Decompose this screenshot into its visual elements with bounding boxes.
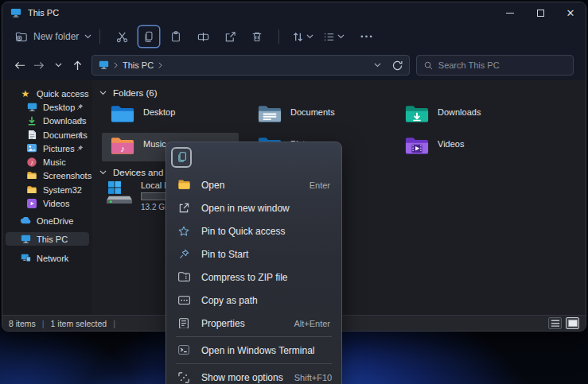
menu-item-copy-as-path[interactable]: Copy as path — [169, 289, 338, 312]
arrow-right-icon — [33, 61, 45, 70]
menu-item-show-more-options[interactable]: Show more options Shift+F10 — [169, 366, 338, 384]
menu-item-compress-to-zip[interactable]: Compress to ZIP file — [169, 266, 338, 289]
minimize-button[interactable] — [495, 2, 525, 23]
view-button[interactable] — [323, 31, 345, 43]
sidebar-item-label: Music — [43, 157, 66, 167]
sidebar-item-label: Screenshots — [43, 171, 92, 180]
breadcrumb-root[interactable]: This PC — [123, 60, 154, 70]
share-button[interactable] — [220, 26, 240, 47]
sidebar-item-onedrive[interactable]: OneDrive — [6, 214, 89, 227]
refresh-icon — [392, 60, 403, 71]
folder-icon — [26, 186, 37, 193]
sidebar-item-videos[interactable]: Videos — [6, 196, 89, 210]
sidebar-item-screenshots[interactable]: Screenshots — [6, 169, 89, 182]
folder-name: Documents — [290, 107, 335, 117]
sidebar-item-label: OneDrive — [37, 216, 73, 226]
menu-item-pin-to-quick-access[interactable]: Pin to Quick access — [169, 219, 338, 242]
sidebar-item-network[interactable]: Network — [6, 251, 89, 265]
status-divider: | — [42, 319, 45, 328]
new-folder-label: New folder — [33, 31, 79, 42]
downloads-folder-icon — [405, 104, 429, 124]
maximize-button[interactable] — [525, 2, 555, 23]
sidebar-item-quick-access[interactable]: ★ Quick access — [6, 87, 89, 100]
address-dropdown-icon[interactable] — [374, 63, 381, 67]
menu-separator — [176, 363, 332, 364]
rename-button[interactable] — [193, 26, 213, 47]
sidebar-item-label: Network — [37, 254, 68, 263]
back-button[interactable] — [10, 56, 29, 75]
new-folder-button[interactable]: New folder — [15, 31, 92, 42]
menu-item-open-in-new-window[interactable]: Open in new window — [169, 196, 338, 219]
menu-item-label: Compress to ZIP file — [201, 272, 319, 283]
menu-item-pin-to-start[interactable]: Pin to Start — [169, 242, 338, 266]
menu-item-label: Open in Windows Terminal — [201, 345, 319, 356]
details-view-button[interactable] — [548, 317, 562, 329]
collapse-chevron-icon — [99, 170, 107, 174]
folders-section-header[interactable]: Folders (6) — [99, 88, 158, 98]
paste-button[interactable] — [165, 26, 186, 47]
menu-item-label: Pin to Start — [201, 249, 319, 260]
context-copy-button[interactable] — [171, 147, 192, 168]
large-icons-view-icon — [568, 320, 578, 327]
menu-item-properties[interactable]: Properties Alt+Enter — [169, 312, 338, 335]
copy-icon — [143, 31, 154, 42]
chevron-down-icon — [306, 34, 313, 38]
videos-icon — [26, 199, 37, 208]
open-folder-icon — [177, 180, 190, 189]
this-pc-icon — [20, 235, 31, 243]
forward-button[interactable] — [29, 56, 49, 75]
up-button[interactable] — [68, 56, 87, 75]
search-input[interactable] — [438, 60, 566, 70]
music-folder-icon: ♪ — [111, 136, 134, 156]
folder-tile-documents[interactable]: Documents — [253, 101, 396, 130]
navigation-pane: ★ Quick access Desktop Downloads Documen… — [2, 80, 92, 315]
sidebar-item-pictures[interactable]: Pictures — [6, 142, 89, 155]
sidebar-item-documents[interactable]: Documents — [6, 128, 89, 142]
rename-icon — [197, 31, 209, 43]
command-toolbar: New folder — [2, 23, 586, 50]
folder-tile-downloads[interactable]: Downloads — [400, 101, 543, 130]
navigation-bar: This PC — [2, 50, 586, 80]
sidebar-item-music[interactable]: ♪ Music — [6, 155, 89, 169]
sidebar-item-downloads[interactable]: Downloads — [6, 114, 89, 127]
menu-item-open[interactable]: Open Enter — [169, 173, 338, 196]
copy-icon — [177, 152, 187, 163]
cut-button[interactable] — [111, 26, 132, 47]
pin-icon — [76, 117, 84, 124]
folder-name: Videos — [438, 139, 464, 149]
sort-button[interactable] — [292, 31, 313, 43]
sidebar-item-desktop[interactable]: Desktop — [6, 100, 89, 114]
toolbar-divider — [278, 29, 279, 44]
ellipsis-icon — [360, 35, 372, 38]
address-bar[interactable]: This PC — [92, 55, 410, 76]
selection-count: 1 item selected — [51, 319, 107, 328]
sidebar-item-this-pc[interactable]: This PC — [6, 232, 89, 246]
music-icon: ♪ — [26, 157, 37, 167]
refresh-button[interactable] — [392, 60, 403, 71]
details-view-icon — [551, 320, 560, 327]
context-menu: Open Enter Open in new window Pin to Qui… — [165, 142, 342, 384]
more-options-button[interactable] — [356, 26, 376, 47]
arrow-up-icon — [73, 60, 82, 71]
sidebar-item-system32[interactable]: System32 — [6, 183, 89, 196]
folder-tile-videos[interactable]: Videos — [400, 133, 543, 161]
arrow-left-icon — [14, 61, 25, 70]
pin-icon — [76, 145, 84, 152]
recent-locations-button[interactable] — [49, 56, 68, 75]
folder-tile-desktop[interactable]: Desktop — [106, 101, 249, 130]
downloads-icon — [26, 116, 37, 126]
menu-item-label: Properties — [201, 318, 282, 329]
close-button[interactable]: ✕ — [555, 2, 586, 23]
copy-button[interactable] — [138, 26, 159, 47]
svg-text:♪: ♪ — [30, 158, 33, 165]
delete-button[interactable] — [247, 26, 267, 47]
this-pc-icon — [10, 8, 21, 17]
menu-item-label: Open — [201, 180, 298, 191]
trash-icon — [251, 31, 263, 42]
menu-item-open-in-windows-terminal[interactable]: Open in Windows Terminal — [169, 339, 338, 362]
search-box[interactable] — [416, 55, 574, 76]
network-icon — [20, 254, 31, 262]
share-icon — [224, 31, 236, 43]
large-icons-view-button[interactable] — [566, 317, 579, 329]
menu-item-shortcut: Shift+F10 — [294, 373, 332, 382]
